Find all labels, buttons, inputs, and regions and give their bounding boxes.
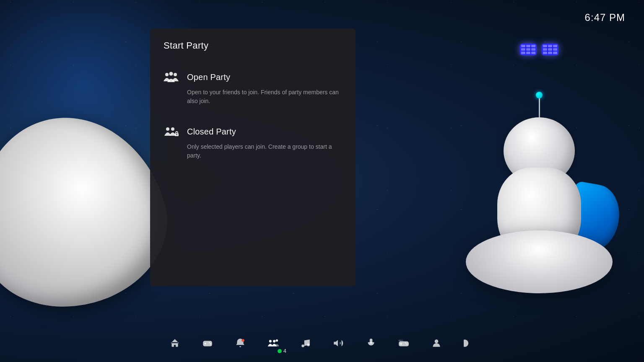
open-party-title: Open Party [187, 72, 230, 82]
robot-base [466, 230, 613, 293]
party-badge: 4 [278, 348, 286, 354]
robot-antenna [536, 92, 543, 119]
svg-point-26 [406, 344, 408, 345]
power-icon[interactable] [462, 336, 477, 351]
svg-point-4 [171, 127, 174, 131]
microphone-icon[interactable] [364, 336, 379, 351]
svg-point-1 [174, 73, 177, 76]
svg-point-13 [269, 340, 272, 342]
closed-party-description: Only selected players can join. Create a… [164, 142, 342, 160]
open-party-description: Open to your friends to join. Friends of… [164, 88, 342, 106]
svg-point-10 [209, 342, 210, 344]
svg-point-0 [165, 73, 169, 76]
svg-point-11 [210, 343, 211, 344]
svg-point-3 [166, 127, 169, 131]
robot-eyes [520, 44, 558, 55]
game-icon[interactable] [200, 336, 215, 351]
svg-marker-18 [334, 340, 338, 346]
closed-party-title: Closed Party [187, 127, 236, 137]
start-party-panel: Start Party Open Party Open to [150, 28, 356, 286]
volume-icon[interactable] [331, 336, 346, 351]
svg-point-2 [169, 72, 173, 76]
open-party-icon [164, 70, 179, 84]
svg-point-17 [307, 344, 310, 346]
closed-party-header: Closed Party [164, 125, 342, 138]
profile-icon[interactable] [429, 336, 444, 351]
svg-point-12 [242, 339, 244, 342]
clock: 6:47 PM [585, 12, 625, 23]
music-icon[interactable] [298, 336, 313, 351]
svg-point-15 [276, 339, 278, 341]
accessories-icon[interactable]: REC [396, 336, 411, 351]
svg-point-14 [273, 340, 275, 342]
taskbar: 4 REC [0, 324, 644, 362]
svg-point-25 [405, 342, 406, 344]
closed-party-item[interactable]: Closed Party Only selected players can j… [150, 116, 356, 170]
notifications-icon[interactable] [233, 336, 248, 351]
party-online-dot [278, 349, 282, 353]
open-party-item[interactable]: Open Party Open to your friends to join.… [150, 61, 356, 116]
closed-party-icon [164, 125, 179, 138]
party-icon[interactable]: 4 [265, 336, 280, 351]
svg-point-28 [435, 339, 439, 343]
svg-point-16 [301, 344, 304, 347]
open-party-header: Open Party [164, 70, 342, 84]
panel-title: Start Party [150, 28, 356, 61]
robot-decoration [455, 42, 623, 293]
party-count: 4 [283, 348, 286, 354]
svg-point-6 [176, 134, 177, 135]
home-icon[interactable] [167, 336, 182, 351]
svg-text:REC: REC [399, 339, 404, 342]
